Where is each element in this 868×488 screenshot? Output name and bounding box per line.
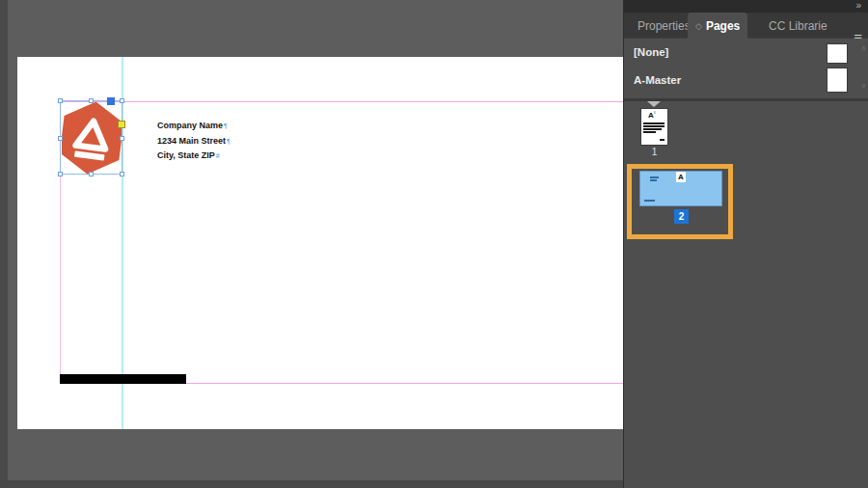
letterhead-text-frame[interactable]: Company Name¶ 1234 Main Street¶ City, St… <box>157 119 231 164</box>
document-workspace: Company Name¶ 1234 Main Street¶ City, St… <box>0 0 623 488</box>
document-page-canvas[interactable]: Company Name¶ 1234 Main Street¶ City, St… <box>17 57 623 429</box>
end-of-story-mark-icon: # <box>216 152 220 159</box>
bottom-edge <box>0 480 623 488</box>
letterhead-line: 1234 Main Street¶ <box>157 134 231 149</box>
thumb-text-line <box>643 128 662 130</box>
selection-handle[interactable] <box>89 98 94 103</box>
pages-tab-cycle-icon: ◇ <box>695 21 702 31</box>
panel-header-strip: » <box>624 0 868 13</box>
thumb-footer-mark <box>644 200 655 202</box>
letterhead-line: Company Name¶ <box>157 119 231 134</box>
paragraph-mark-icon: ¶ <box>224 122 228 129</box>
footer-bar-object[interactable] <box>60 374 186 384</box>
master-item-a-master[interactable]: A-Master ∨ <box>624 68 868 95</box>
top-margin-guide[interactable] <box>60 101 623 102</box>
selection-handle[interactable] <box>58 136 63 141</box>
master-none-thumbnail[interactable] <box>827 44 847 63</box>
thumb-logo-mark <box>650 176 659 178</box>
master-applied-mark: A≡ <box>648 110 656 120</box>
thumb-text-line <box>643 122 665 124</box>
page-1-label[interactable]: 1 <box>641 147 667 157</box>
selection-handle[interactable] <box>58 98 63 103</box>
left-dock-edge <box>0 0 8 488</box>
tab-cc-libraries[interactable]: CC Librarie <box>761 13 835 39</box>
page-2-thumbnail[interactable]: A <box>640 172 721 205</box>
master-item-none[interactable]: [None] ∧ <box>624 41 868 68</box>
thumb-logo-mark <box>650 179 657 181</box>
tab-pages[interactable]: ◇ Pages <box>688 13 747 40</box>
selection-handle[interactable] <box>120 136 124 141</box>
selection-handle[interactable] <box>120 172 124 176</box>
selection-handle[interactable] <box>120 98 124 103</box>
thumb-footer-mark <box>660 139 665 141</box>
logo-selection-frame[interactable] <box>60 100 122 175</box>
master-applied-mark: A <box>676 172 686 182</box>
panel-tab-bar: Properties ◇ Pages CC Librarie ≡ <box>624 13 868 39</box>
letterhead-line: City, State ZIP# <box>157 149 231 164</box>
selection-handle[interactable] <box>58 172 63 176</box>
page-1-thumbnail[interactable]: A≡ <box>641 109 667 145</box>
collapse-panels-icon[interactable]: » <box>855 0 860 11</box>
hexagon-logo-icon <box>62 101 122 175</box>
masters-section: [None] ∧ A-Master ∨ <box>624 39 868 101</box>
selection-handle[interactable] <box>89 172 94 176</box>
paragraph-mark-icon: ¶ <box>227 138 231 145</box>
corner-options-widget[interactable] <box>118 121 125 128</box>
thumb-text-line <box>643 125 665 127</box>
content-grabber-handle[interactable] <box>107 97 115 105</box>
pages-panel: » Properties ◇ Pages CC Librarie ≡ [None… <box>623 0 868 488</box>
scroll-down-icon[interactable]: ∨ <box>861 82 866 90</box>
company-logo[interactable] <box>62 101 122 175</box>
scroll-up-icon[interactable]: ∧ <box>861 44 866 52</box>
spread-indicator-icon <box>647 101 661 107</box>
a-master-thumbnail[interactable] <box>827 68 847 92</box>
thumb-text-line <box>643 131 656 133</box>
page-2-label-selected[interactable]: 2 <box>674 209 689 224</box>
